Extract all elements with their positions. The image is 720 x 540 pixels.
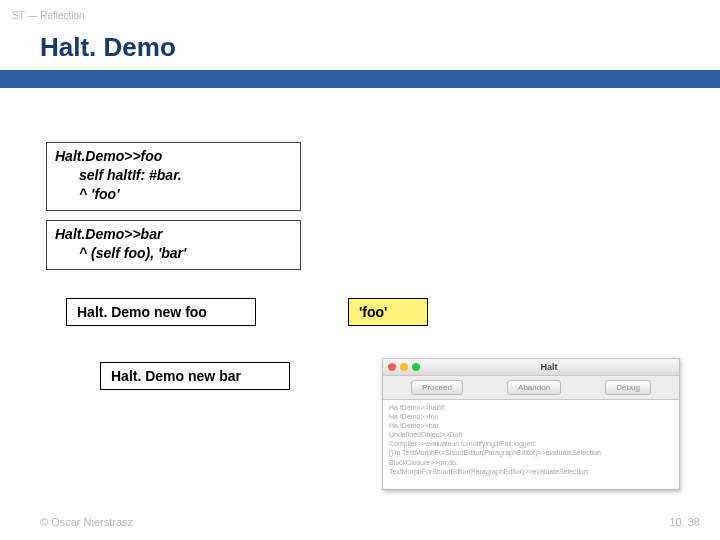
code-line: ^ (self foo), 'bar' xyxy=(55,244,292,263)
debugger-window: Halt Proceed Abandon Debug Ha tDemo>>hal… xyxy=(382,358,680,490)
code-line: ^ 'foo' xyxy=(55,185,292,204)
expression-newfoo: Halt. Demo new foo xyxy=(66,298,256,326)
stack-line[interactable]: UndefinedObject>>DoIt xyxy=(389,430,673,439)
expression-newbar: Halt. Demo new bar xyxy=(100,362,290,390)
footer-page-number: 10. 38 xyxy=(669,516,700,528)
zoom-icon[interactable] xyxy=(412,363,420,371)
page-title: Halt. Demo xyxy=(40,32,176,63)
stack-line[interactable]: BlockClosure>>on:do: xyxy=(389,458,673,467)
stack-line[interactable]: [] in TextMorphForShoutEditor(ParagraphE… xyxy=(389,448,673,457)
stack-line[interactable]: Compiler>>evaluate:in:to:notifying:ifFai… xyxy=(389,439,673,448)
code-line: self haltIf: #bar. xyxy=(55,166,292,185)
debugger-titlebar: Halt xyxy=(383,359,679,376)
debugger-toolbar: Proceed Abandon Debug xyxy=(383,376,679,400)
result-foo: 'foo' xyxy=(348,298,428,326)
code-line: Halt.Demo>>foo xyxy=(55,147,292,166)
stack-line[interactable]: Ha tDemo>>foo xyxy=(389,412,673,421)
stack-line[interactable]: Ha tDemo>>haltIf: xyxy=(389,403,673,412)
close-icon[interactable] xyxy=(388,363,396,371)
minimize-icon[interactable] xyxy=(400,363,408,371)
stack-line[interactable]: Ha tDemo>>bar xyxy=(389,421,673,430)
stack-line[interactable]: TextMorphForShoutEditor(ParagraphEditor)… xyxy=(389,467,673,476)
footer-author: © Oscar Nierstrasz xyxy=(40,516,133,528)
code-block-bar: Halt.Demo>>bar ^ (self foo), 'bar' xyxy=(46,220,301,270)
code-block-foo: Halt.Demo>>foo self haltIf: #bar. ^ 'foo… xyxy=(46,142,301,211)
debugger-stack: Ha tDemo>>haltIf: Ha tDemo>>foo Ha tDemo… xyxy=(383,400,679,488)
debug-button[interactable]: Debug xyxy=(605,380,651,395)
abandon-button[interactable]: Abandon xyxy=(507,380,561,395)
title-underline-bar xyxy=(0,70,720,88)
proceed-button[interactable]: Proceed xyxy=(411,380,463,395)
debugger-window-title: Halt xyxy=(424,362,674,372)
code-line: Halt.Demo>>bar xyxy=(55,225,292,244)
breadcrumb: ST — Reflection xyxy=(12,10,85,21)
